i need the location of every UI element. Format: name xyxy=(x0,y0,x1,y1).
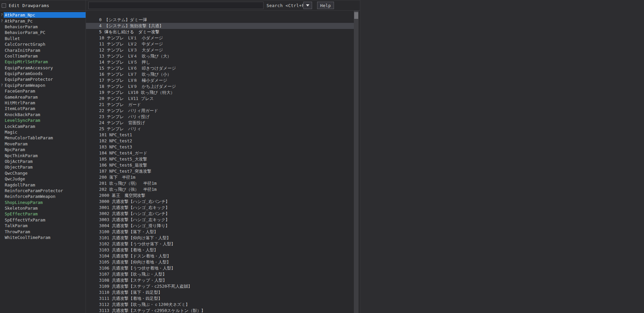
sidebar-item-ThrowParam[interactable]: ThrowParam xyxy=(0,229,86,234)
sidebar-item-SpEffectParam[interactable]: SpEffectParam xyxy=(0,211,86,217)
row-label: NPC_test4_ガード xyxy=(109,150,147,155)
question-mark-icon xyxy=(0,112,4,117)
row-id: 3106 xyxy=(99,266,112,271)
question-mark-icon xyxy=(0,176,4,182)
row-id: 11 xyxy=(99,41,107,46)
sidebar-item-EquipParamWeapon[interactable]: ? EquipParamWeapon xyxy=(0,82,86,88)
sidebar-item-CalcCorrectGraph[interactable]: CalcCorrectGraph xyxy=(0,41,86,47)
list-row-0[interactable]: 0 【システム】ダミー弾 xyxy=(86,11,354,17)
sidebar-item-EquipParamGoods[interactable]: EquipParamGoods xyxy=(0,71,86,76)
sidebar-item-QwcJudge[interactable]: QwcJudge xyxy=(0,176,86,182)
row-id: 3109 xyxy=(99,284,112,289)
question-mark-icon xyxy=(0,223,4,229)
sidebar-item-ShopLineupParam[interactable]: ShopLineupParam xyxy=(0,200,86,205)
sidebar-item-NpcThinkParam[interactable]: NpcThinkParam xyxy=(0,152,86,158)
question-mark-icon xyxy=(0,24,4,30)
sidebar-item-label: MenuColorTableParam xyxy=(4,135,86,141)
sidebar-item-BehaviorParam[interactable]: BehaviorParam xyxy=(0,24,86,30)
row-id: 200 xyxy=(99,175,109,180)
sidebar-item-CharaInitParam[interactable]: CharaInitParam xyxy=(0,47,86,53)
sidebar-item-AtkParam_Npc[interactable]: ? AtkParam_Npc xyxy=(0,12,86,18)
question-mark-icon xyxy=(0,194,4,199)
sidebar-item-label: QwcChange xyxy=(4,170,86,176)
question-mark-icon xyxy=(0,141,4,147)
sidebar-item-ItemLotParam[interactable]: ItemLotParam xyxy=(0,106,86,111)
sidebar-item-SkeletonParam[interactable]: SkeletonParam xyxy=(0,205,86,211)
row-label: 共通攻撃【ステップ・c2950スケルトン（獣）】 xyxy=(112,308,206,313)
sidebar-item-WhiteCoolTimeParam[interactable]: WhiteCoolTimeParam xyxy=(0,235,86,240)
row-id: 3110 xyxy=(99,290,112,295)
sidebar-item-AtkParam_Pc[interactable]: ? AtkParam_Pc xyxy=(0,18,86,24)
question-mark-icon xyxy=(0,211,4,217)
sidebar-item-Bullet[interactable]: Bullet xyxy=(0,36,86,41)
sidebar-item-EquipParamAccessory[interactable]: EquipParamAccessory xyxy=(0,65,86,71)
row-id: 3113 xyxy=(99,308,112,313)
row-id: 3003 xyxy=(99,217,112,222)
sidebar-item-label: MoveParam xyxy=(4,141,86,147)
row-id: 3108 xyxy=(99,278,112,283)
edit-drawparams-checkbox[interactable] xyxy=(2,3,6,8)
row-label: 弾を出し続ける ダミー攻撃 xyxy=(104,29,159,34)
sidebar-item-MoveParam[interactable]: MoveParam xyxy=(0,141,86,147)
sidebar-item-ReinforceParamWeapon[interactable]: ReinforceParamWeapon xyxy=(0,194,86,199)
search-options-dropdown[interactable] xyxy=(303,2,312,9)
sidebar-item-NpcParam[interactable]: NpcParam xyxy=(0,147,86,152)
sidebar-item-label: ObjectParam xyxy=(4,164,86,170)
sidebar-item-LockCamParam[interactable]: LockCamParam xyxy=(0,123,86,129)
search-input[interactable] xyxy=(88,2,264,9)
sidebar-item-label: SkeletonParam xyxy=(4,205,86,211)
sidebar-item-RagdollParam[interactable]: RagdollParam xyxy=(0,182,86,187)
row-label: テンプレ ガード xyxy=(107,102,141,107)
row-label: 共通攻撃【着地・人型】 xyxy=(112,247,158,252)
sidebar-item-label: NpcThinkParam xyxy=(4,152,86,158)
sidebar-item-FaceGenParam[interactable]: FaceGenParam xyxy=(0,88,86,94)
sidebar-item-label: ObjActParam xyxy=(4,159,86,164)
row-id: 21 xyxy=(99,102,107,107)
row-label: テンプレ パリィ投げ xyxy=(107,114,150,119)
sidebar-item-label: SpEffectParam xyxy=(4,211,86,217)
row-label: NPC_test7_突進攻撃 xyxy=(109,169,151,174)
sidebar-item-SpEffectVfxParam[interactable]: SpEffectVfxParam xyxy=(0,217,86,223)
sidebar-item-LevelSyncParam[interactable]: LevelSyncParam xyxy=(0,117,86,123)
question-mark-icon xyxy=(0,94,4,100)
sidebar-item-ObjActParam[interactable]: ObjActParam xyxy=(0,159,86,164)
sidebar-item-EquipMtrlSetParam[interactable]: EquipMtrlSetParam xyxy=(0,59,86,65)
sidebar-item-label: ShopLineupParam xyxy=(4,200,86,205)
sidebar-item-TalkParam[interactable]: TalkParam xyxy=(0,223,86,229)
sidebar-item-QwcChange[interactable]: QwcChange xyxy=(0,170,86,176)
row-label: 共通攻撃【吹っ飛ぶ・ｃ1200犬ネズミ】 xyxy=(112,302,190,307)
row-id: 106 xyxy=(99,163,109,168)
sidebar-item-Magic[interactable]: Magic xyxy=(0,129,86,135)
row-id: 3112 xyxy=(99,302,112,307)
row-id: 3002 xyxy=(99,211,112,216)
row-label: テンプレ LV10 吹っ飛び（特大） xyxy=(107,90,175,95)
sidebar-item-ReinforceParamProtector[interactable]: ReinforceParamProtector xyxy=(0,188,86,194)
row-id: 17 xyxy=(99,78,107,83)
question-mark-icon xyxy=(0,76,4,82)
question-mark-icon xyxy=(0,117,4,123)
row-id: 107 xyxy=(99,169,109,174)
sidebar-item-ObjectParam[interactable]: ObjectParam xyxy=(0,164,86,170)
sidebar-item-HitMtrlParam[interactable]: HitMtrlParam xyxy=(0,100,86,106)
row-id: 18 xyxy=(99,84,107,89)
param-list: ? AtkParam_Npc ? AtkParam_Pc BehaviorPar… xyxy=(0,11,86,240)
sidebar-item-label: ReinforceParamProtector xyxy=(4,188,86,194)
help-button[interactable]: Help xyxy=(317,2,334,9)
row-label: 共通攻撃【落下・人型】 xyxy=(112,229,158,234)
sidebar-item-label: EquipParamAccessory xyxy=(4,65,86,71)
sidebar-item-label: CharaInitParam xyxy=(4,47,86,53)
sidebar-item-KnockBackParam[interactable]: KnockBackParam xyxy=(0,112,86,117)
row-label: 共通攻撃【ハシゴ_左パンチ】 xyxy=(112,211,170,216)
sidebar-item-CoolTimeParam[interactable]: CoolTimeParam xyxy=(0,53,86,59)
sidebar-item-GameAreaParam[interactable]: GameAreaParam xyxy=(0,94,86,100)
question-mark-icon: ? xyxy=(0,18,4,24)
row-label: テンプレ パリィ xyxy=(107,126,141,131)
question-mark-icon xyxy=(0,88,4,94)
sidebar-item-EquipParamProtector[interactable]: EquipParamProtector xyxy=(0,76,86,82)
sidebar-item-MenuColorTableParam[interactable]: MenuColorTableParam xyxy=(0,135,86,141)
sidebar-item-BehaviorParam_PC[interactable]: BehaviorParam_PC xyxy=(0,30,86,35)
row-list-scrollbar[interactable] xyxy=(354,11,359,313)
row-id: 3101 xyxy=(99,235,112,240)
question-mark-icon xyxy=(0,100,4,106)
scrollbar-thumb[interactable] xyxy=(354,12,358,19)
